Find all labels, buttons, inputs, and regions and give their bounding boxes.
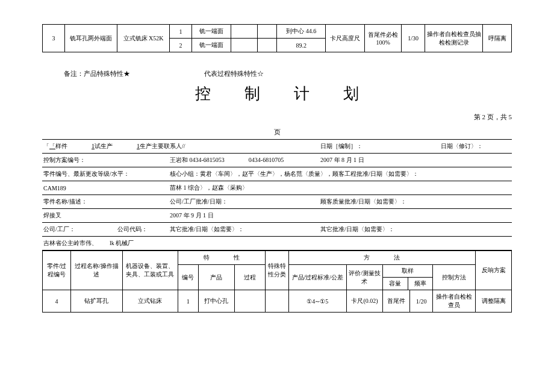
cell-proc: 钻扩耳孔 — [71, 290, 123, 313]
cell-specclass — [266, 290, 289, 313]
cell-machine: 立式铣床 X52K — [117, 25, 170, 52]
cell-step2-prod: 铣一端面 — [192, 39, 231, 52]
info-r7c1: 公司/工厂： 公司代码： — [42, 223, 169, 237]
table-row: 4 钻扩耳孔 立式钻床 1 打中心孔 ①4∼①5 卡尺(0.02) 首尾件 1/… — [43, 290, 512, 313]
info-r2c3: 2007 年 8 月 1 日 — [319, 154, 440, 167]
info-r2c1: 控制方案编号： — [42, 154, 169, 167]
info-r5c2: 公司/工厂批准/日期： — [169, 195, 319, 209]
cell-no: 4 — [43, 290, 71, 313]
cell-cap: 首尾件 — [382, 290, 409, 313]
info-r1c2: 日期［编制］： — [319, 140, 440, 154]
cell-step2-spec: 89.2 — [277, 39, 326, 52]
hdr-c1: 零件/过程编号 — [43, 251, 71, 290]
info-r6c1: 焊接叉 — [42, 209, 169, 223]
cell-rowno: 3 — [43, 25, 65, 52]
cell-procname: 铣耳孔两外端面 — [64, 25, 117, 52]
cell-react: 调整隔离 — [476, 290, 512, 313]
cell-blank4 — [257, 39, 277, 52]
cell-proccol — [234, 290, 265, 313]
cell-eval: 卡尺(0.02) — [347, 290, 383, 313]
info-r3c1: 零件编号、最新更改等级/水平： — [42, 167, 169, 181]
hdr-char-no: 编号 — [178, 265, 198, 290]
hdr-char: 特 性 — [178, 251, 266, 265]
hdr-c2: 过程名称/操作描述 — [71, 251, 123, 290]
doc-title: 控制计划 — [42, 83, 512, 104]
cell-prod: 打中心孔 — [198, 290, 234, 313]
cell-blank3 — [231, 39, 258, 52]
cell-blank1 — [231, 25, 258, 39]
cell-sample1: 首尾件必检 100% — [365, 25, 402, 52]
info-r7c4: 其它批准/日期〈如需要〉： — [319, 223, 512, 237]
cell-freq: 1/20 — [409, 290, 433, 313]
info-r6c2: 2007 年 9 月 1 日 — [169, 209, 512, 223]
cell-ctrl: 操作者自检检查员抽检检测记录 — [425, 25, 483, 52]
cell-std: ①4∼①5 — [288, 290, 346, 313]
info-r7c3: 其它批准/日期〈如需要〉： — [169, 223, 319, 237]
hdr-char-prod: 产品 — [198, 265, 234, 290]
info-r2c4 — [440, 154, 512, 167]
cell-ctrl: 操作者自检检查员 — [433, 290, 476, 313]
hdr-char-proc: 过程 — [234, 265, 265, 290]
info-table: 「「样件 1试生产 1生产主要联系人// 日期［编制］： 日期〈修订〉： 控制方… — [42, 139, 512, 250]
info-r3c2: 核心小组：黄君〈车间〉，赵平〈生产〉，杨名范〈质量〉，顾客工程批准/日期〈如需要… — [169, 167, 512, 181]
cell-step1-prod: 铣一端面 — [192, 25, 231, 39]
info-r5c1: 零件名称/描述： — [42, 195, 169, 209]
cell-step2-no: 2 — [170, 39, 192, 52]
hdr-m1: 产品/过程标准/公差 — [288, 265, 346, 290]
note-left: 备注：产品特殊特性★ — [64, 69, 130, 78]
hdr-m2: 评价/测量技术 — [347, 265, 383, 290]
cell-charno: 1 — [178, 290, 198, 313]
hdr-specclass: 特殊特性分类 — [266, 251, 289, 290]
hdr-react: 反响方案 — [476, 251, 512, 290]
cell-sample2: 1/30 — [402, 25, 425, 52]
info-r2c2: 王岩和 0434-6815053 0434-6810705 — [169, 154, 319, 167]
info-r1c3: 日期〈修订〉： — [440, 140, 512, 154]
cell-step1-spec: 到中心 44.6 — [277, 25, 326, 39]
notes-row: 备注：产品特殊特性★ 代表过程特殊特性☆ — [42, 69, 512, 78]
cell-step1-no: 1 — [170, 25, 192, 39]
info-r4c1: CAM189 — [42, 181, 169, 195]
cell-react: 呼隔离 — [483, 25, 512, 52]
hdr-m3-wrap: 取样 容量 频率 — [382, 265, 432, 290]
top-partial-table: 3 铣耳孔两外端面 立式铣床 X52K 1 铣一端面 到中心 44.6 卡尺高度… — [42, 24, 512, 52]
info-r1c1: 「「样件 1试生产 1生产主要联系人// — [42, 140, 319, 154]
info-r4c2: 苗林 1 综合〉，赵森〈采购〉 — [169, 181, 512, 195]
page-note: 页 — [42, 128, 512, 137]
page-info: 第 2 页，共 5 — [42, 113, 512, 122]
cell-blank2 — [257, 25, 277, 39]
hdr-method: 方 法 — [288, 251, 475, 265]
main-table: 零件/过程编号 过程名称/操作描述 机器设备、装置、夹具、工装或工具 特 性 特… — [42, 250, 512, 313]
info-r5c3: 顾客质量批准/日期〈如需要〉： — [319, 195, 512, 209]
cell-eval: 卡尺高度尺 — [325, 25, 364, 52]
info-r8c1: 吉林省公主岭市伟、 lk 机械厂 — [42, 237, 512, 250]
hdr-m4: 控制方法 — [433, 265, 476, 290]
cell-mach: 立式钻床 — [122, 290, 178, 313]
note-right: 代表过程特殊特性☆ — [204, 69, 264, 78]
hdr-c3: 机器设备、装置、夹具、工装或工具 — [122, 251, 178, 290]
